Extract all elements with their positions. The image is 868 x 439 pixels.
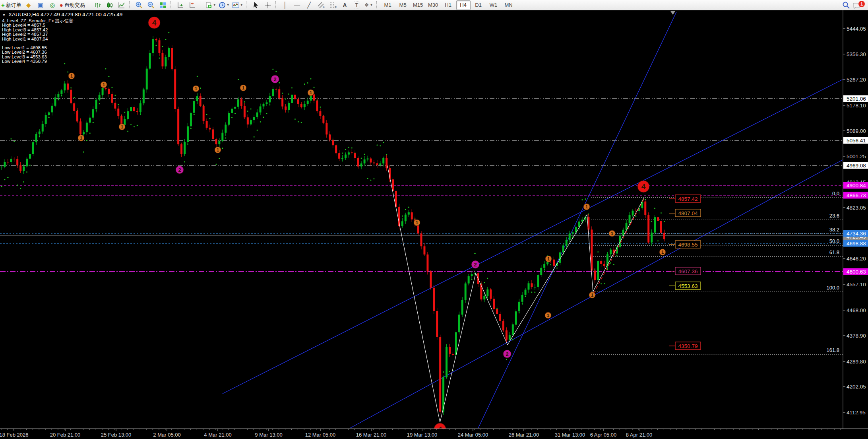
notification-badge: 1 bbox=[858, 1, 865, 7]
text-label-button[interactable]: T bbox=[351, 1, 362, 10]
tab-mn[interactable]: MN bbox=[502, 0, 516, 10]
svg-text:4: 4 bbox=[152, 19, 157, 27]
bar-chart-button[interactable] bbox=[92, 1, 103, 10]
svg-text:4900.84: 4900.84 bbox=[847, 183, 866, 188]
svg-text:23.6: 23.6 bbox=[829, 213, 839, 219]
svg-text:31 Mar 13:00: 31 Mar 13:00 bbox=[555, 432, 585, 438]
svg-text:5267.20: 5267.20 bbox=[847, 77, 866, 83]
chart-area[interactable]: 0.023.638.250.061.8100.0161.811111111111… bbox=[0, 10, 868, 439]
svg-text:6 Apr 05:00: 6 Apr 05:00 bbox=[590, 432, 617, 438]
svg-text:4202.05: 4202.05 bbox=[847, 384, 866, 390]
svg-text:4969.08: 4969.08 bbox=[847, 163, 866, 169]
tab-h4[interactable]: H4 bbox=[456, 0, 471, 10]
candlestick-chart[interactable]: 0.023.638.250.061.8100.0161.811111111111… bbox=[0, 10, 868, 439]
svg-text:1: 1 bbox=[195, 86, 197, 91]
svg-text:1: 1 bbox=[611, 231, 613, 236]
templates-button[interactable]: ▼ bbox=[204, 1, 217, 10]
chart-shift-icon bbox=[189, 2, 196, 9]
auto-trading-button[interactable]: ● 自动交易 bbox=[59, 1, 86, 10]
tile-windows-button[interactable] bbox=[157, 1, 169, 10]
svg-text:4289.80: 4289.80 bbox=[847, 359, 866, 365]
tab-h1[interactable]: H1 bbox=[441, 0, 455, 10]
separator bbox=[88, 1, 90, 9]
svg-text:1: 1 bbox=[70, 74, 73, 78]
svg-text:4112.95: 4112.95 bbox=[847, 410, 866, 416]
indicators-button[interactable]: ▼ bbox=[231, 1, 244, 10]
svg-text:4646.20: 4646.20 bbox=[847, 256, 866, 262]
svg-text:9 Mar 13:00: 9 Mar 13:00 bbox=[255, 432, 282, 438]
price-axis[interactable]: 5444.055356.305267.205178.105089.005001.… bbox=[843, 10, 868, 439]
time-axis[interactable]: 18 Feb 202620 Feb 21:0025 Feb 13:002 Mar… bbox=[0, 429, 868, 439]
svg-text:4557.10: 4557.10 bbox=[847, 282, 866, 287]
search-button[interactable] bbox=[841, 1, 852, 10]
collapse-arrow-icon[interactable]: ▼ bbox=[2, 13, 6, 17]
radar-button[interactable]: ◎ bbox=[47, 1, 58, 10]
svg-text:1: 1 bbox=[416, 220, 418, 225]
auto-scroll-button[interactable] bbox=[175, 1, 186, 10]
tab-m15[interactable]: M15 bbox=[411, 0, 425, 10]
arrows-button[interactable]: ❖ ▼ bbox=[363, 1, 374, 10]
high-level-1: High Level1 = 4807.04 bbox=[2, 37, 122, 41]
horizontal-line-button[interactable]: — bbox=[292, 1, 303, 10]
svg-text:0.0: 0.0 bbox=[832, 190, 839, 196]
svg-text:1: 1 bbox=[547, 313, 549, 318]
chart-background bbox=[0, 10, 868, 439]
chat-button[interactable]: 1 bbox=[852, 0, 866, 10]
open-window-icon: ▣ bbox=[38, 2, 43, 8]
tab-w1[interactable]: W1 bbox=[486, 0, 501, 10]
svg-text:24 Mar 05:00: 24 Mar 05:00 bbox=[458, 432, 488, 438]
tab-m30[interactable]: M30 bbox=[426, 0, 440, 10]
svg-text:2: 2 bbox=[273, 76, 276, 82]
text-button[interactable]: A bbox=[339, 1, 351, 10]
crosshair-icon bbox=[264, 2, 271, 9]
high-level-2: High Level2 = 4857.37 bbox=[2, 32, 122, 37]
text-icon: A bbox=[343, 2, 347, 8]
svg-text:1: 1 bbox=[585, 204, 588, 209]
svg-text:12 Mar 05:00: 12 Mar 05:00 bbox=[305, 432, 336, 438]
periods-button[interactable]: ▼ bbox=[218, 1, 231, 10]
fibonacci-button[interactable]: F bbox=[327, 1, 339, 10]
equidistant-channel-button[interactable]: E bbox=[316, 1, 327, 10]
new-order-button[interactable]: + 新订单 bbox=[0, 1, 22, 10]
auto-trading-icon: ● bbox=[60, 2, 63, 8]
arrows-icon: ❖ bbox=[364, 2, 369, 8]
vertical-line-button[interactable]: │ bbox=[280, 1, 291, 10]
zoom-out-icon bbox=[147, 1, 155, 9]
svg-text:4553.63: 4553.63 bbox=[678, 283, 698, 289]
svg-text:161.8: 161.8 bbox=[826, 347, 839, 353]
zoom-out-button[interactable] bbox=[145, 1, 157, 10]
svg-text:4734.36: 4734.36 bbox=[847, 231, 866, 237]
open-window-button[interactable]: ▣ bbox=[35, 1, 46, 10]
svg-text:5178.10: 5178.10 bbox=[847, 103, 866, 109]
cursor-button[interactable] bbox=[250, 1, 262, 10]
svg-text:5056.41: 5056.41 bbox=[847, 138, 866, 144]
svg-text:18 Feb 2026: 18 Feb 2026 bbox=[0, 432, 29, 438]
publish-button[interactable]: ◆ bbox=[23, 1, 34, 10]
svg-text:5001.25: 5001.25 bbox=[847, 153, 866, 159]
zoom-in-button[interactable] bbox=[134, 1, 145, 10]
svg-text:4600.63: 4600.63 bbox=[847, 269, 866, 275]
separator bbox=[170, 1, 173, 9]
svg-text:1: 1 bbox=[103, 82, 105, 87]
svg-text:1: 1 bbox=[661, 250, 664, 254]
text-label-icon: T bbox=[354, 2, 360, 8]
svg-text:2: 2 bbox=[474, 262, 477, 268]
svg-text:4468.00: 4468.00 bbox=[847, 307, 866, 313]
tile-windows-icon bbox=[159, 2, 167, 9]
tab-d1[interactable]: D1 bbox=[471, 0, 486, 10]
svg-text:26 Mar 21:00: 26 Mar 21:00 bbox=[509, 432, 539, 438]
separator bbox=[246, 1, 248, 9]
chart-shift-button[interactable] bbox=[187, 1, 198, 10]
publish-icon: ◆ bbox=[26, 2, 31, 8]
svg-text:1: 1 bbox=[310, 90, 312, 95]
line-chart-button[interactable] bbox=[116, 1, 127, 10]
candlestick-button[interactable] bbox=[104, 1, 115, 10]
tab-m5[interactable]: M5 bbox=[396, 0, 410, 10]
crosshair-button[interactable] bbox=[262, 1, 273, 10]
auto-scroll-icon bbox=[177, 2, 184, 9]
svg-text:25 Feb 13:00: 25 Feb 13:00 bbox=[101, 432, 132, 438]
svg-text:4350.79: 4350.79 bbox=[678, 343, 698, 349]
tab-m1[interactable]: M1 bbox=[381, 0, 395, 10]
templates-icon bbox=[205, 2, 212, 9]
trendline-button[interactable]: ╱ bbox=[304, 1, 315, 10]
